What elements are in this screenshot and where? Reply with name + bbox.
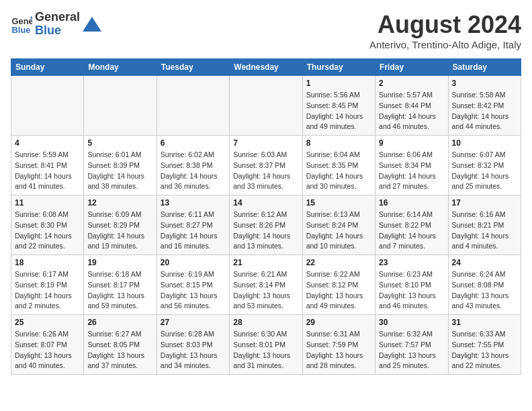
calendar-header: SundayMondayTuesdayWednesdayThursdayFrid… xyxy=(11,59,521,76)
day-detail: Sunrise: 6:27 AM Sunset: 8:05 PM Dayligh… xyxy=(87,329,152,371)
day-number: 1 xyxy=(306,79,371,88)
calendar-subtitle: Anterivo, Trentino-Alto Adige, Italy xyxy=(369,39,521,50)
day-detail: Sunrise: 6:14 AM Sunset: 8:22 PM Dayligh… xyxy=(379,210,444,252)
calendar-body: 1Sunrise: 5:56 AM Sunset: 8:45 PM Daylig… xyxy=(11,76,521,375)
day-detail: Sunrise: 6:07 AM Sunset: 8:32 PM Dayligh… xyxy=(452,150,517,192)
calendar-table: SundayMondayTuesdayWednesdayThursdayFrid… xyxy=(11,58,521,375)
day-cell: 31Sunrise: 6:33 AM Sunset: 7:55 PM Dayli… xyxy=(448,315,521,375)
day-cell: 28Sunrise: 6:30 AM Sunset: 8:01 PM Dayli… xyxy=(230,315,302,375)
day-cell: 20Sunrise: 6:19 AM Sunset: 8:15 PM Dayli… xyxy=(157,255,229,315)
day-cell: 8Sunrise: 6:04 AM Sunset: 8:35 PM Daylig… xyxy=(302,136,375,195)
day-detail: Sunrise: 6:32 AM Sunset: 7:57 PM Dayligh… xyxy=(379,329,444,371)
logo-icon: General Blue xyxy=(11,13,32,35)
day-cell: 24Sunrise: 6:24 AM Sunset: 8:08 PM Dayli… xyxy=(448,255,521,315)
week-row-3: 11Sunrise: 6:08 AM Sunset: 8:30 PM Dayli… xyxy=(11,195,521,255)
day-number: 25 xyxy=(15,318,80,327)
day-number: 16 xyxy=(379,198,444,208)
day-number: 24 xyxy=(452,258,517,267)
day-detail: Sunrise: 6:26 AM Sunset: 8:07 PM Dayligh… xyxy=(15,329,80,371)
day-detail: Sunrise: 6:22 AM Sunset: 8:12 PM Dayligh… xyxy=(306,269,371,312)
day-cell: 9Sunrise: 6:06 AM Sunset: 8:34 PM Daylig… xyxy=(375,136,448,195)
day-cell xyxy=(157,76,229,136)
day-cell: 5Sunrise: 6:01 AM Sunset: 8:39 PM Daylig… xyxy=(84,136,157,195)
day-cell: 26Sunrise: 6:27 AM Sunset: 8:05 PM Dayli… xyxy=(84,315,157,375)
day-cell: 4Sunrise: 5:59 AM Sunset: 8:41 PM Daylig… xyxy=(11,136,84,195)
header-monday: Monday xyxy=(84,59,157,76)
day-number: 31 xyxy=(452,318,517,327)
header-friday: Friday xyxy=(375,59,448,76)
day-number: 11 xyxy=(15,198,80,208)
header-row: SundayMondayTuesdayWednesdayThursdayFrid… xyxy=(11,59,521,76)
svg-text:Blue: Blue xyxy=(12,25,31,35)
day-number: 2 xyxy=(379,79,444,88)
day-number: 6 xyxy=(161,138,226,148)
day-cell xyxy=(84,76,157,136)
day-cell: 22Sunrise: 6:22 AM Sunset: 8:12 PM Dayli… xyxy=(302,255,375,315)
day-number: 8 xyxy=(306,138,371,148)
day-detail: Sunrise: 6:11 AM Sunset: 8:27 PM Dayligh… xyxy=(161,210,226,252)
day-cell: 30Sunrise: 6:32 AM Sunset: 7:57 PM Dayli… xyxy=(375,315,448,375)
day-cell: 13Sunrise: 6:11 AM Sunset: 8:27 PM Dayli… xyxy=(157,195,229,255)
day-detail: Sunrise: 6:09 AM Sunset: 8:29 PM Dayligh… xyxy=(87,210,152,252)
day-number: 20 xyxy=(161,258,226,267)
day-cell: 21Sunrise: 6:21 AM Sunset: 8:14 PM Dayli… xyxy=(230,255,302,315)
day-cell: 19Sunrise: 6:18 AM Sunset: 8:17 PM Dayli… xyxy=(84,255,157,315)
day-number: 29 xyxy=(306,318,371,327)
week-row-5: 25Sunrise: 6:26 AM Sunset: 8:07 PM Dayli… xyxy=(11,315,521,375)
day-cell: 10Sunrise: 6:07 AM Sunset: 8:32 PM Dayli… xyxy=(448,136,521,195)
day-cell: 23Sunrise: 6:23 AM Sunset: 8:10 PM Dayli… xyxy=(375,255,448,315)
day-detail: Sunrise: 6:16 AM Sunset: 8:21 PM Dayligh… xyxy=(452,210,517,252)
day-cell: 25Sunrise: 6:26 AM Sunset: 8:07 PM Dayli… xyxy=(11,315,84,375)
day-detail: Sunrise: 5:57 AM Sunset: 8:44 PM Dayligh… xyxy=(379,90,444,132)
day-cell: 1Sunrise: 5:56 AM Sunset: 8:45 PM Daylig… xyxy=(302,76,375,136)
header-thursday: Thursday xyxy=(302,59,375,76)
svg-marker-3 xyxy=(83,17,101,32)
day-number: 23 xyxy=(379,258,444,267)
logo: General Blue General Blue xyxy=(11,11,101,38)
day-cell: 3Sunrise: 5:58 AM Sunset: 8:42 PM Daylig… xyxy=(448,76,521,136)
week-row-1: 1Sunrise: 5:56 AM Sunset: 8:45 PM Daylig… xyxy=(11,76,521,136)
day-number: 12 xyxy=(87,198,152,208)
day-cell: 12Sunrise: 6:09 AM Sunset: 8:29 PM Dayli… xyxy=(84,195,157,255)
day-detail: Sunrise: 6:28 AM Sunset: 8:03 PM Dayligh… xyxy=(161,329,226,371)
day-cell: 2Sunrise: 5:57 AM Sunset: 8:44 PM Daylig… xyxy=(375,76,448,136)
day-cell: 14Sunrise: 6:12 AM Sunset: 8:26 PM Dayli… xyxy=(230,195,302,255)
header-saturday: Saturday xyxy=(448,59,521,76)
day-number: 19 xyxy=(87,258,152,267)
day-cell: 7Sunrise: 6:03 AM Sunset: 8:37 PM Daylig… xyxy=(230,136,302,195)
day-cell xyxy=(11,76,84,136)
day-number: 28 xyxy=(233,318,298,327)
day-number: 18 xyxy=(15,258,80,267)
day-number: 10 xyxy=(452,138,517,148)
day-cell: 11Sunrise: 6:08 AM Sunset: 8:30 PM Dayli… xyxy=(11,195,84,255)
day-number: 13 xyxy=(161,198,226,208)
day-detail: Sunrise: 6:17 AM Sunset: 8:19 PM Dayligh… xyxy=(15,269,80,312)
day-number: 5 xyxy=(87,138,152,148)
day-detail: Sunrise: 6:13 AM Sunset: 8:24 PM Dayligh… xyxy=(306,210,371,252)
day-detail: Sunrise: 6:08 AM Sunset: 8:30 PM Dayligh… xyxy=(15,210,80,252)
header-tuesday: Tuesday xyxy=(157,59,229,76)
header-wednesday: Wednesday xyxy=(230,59,302,76)
day-detail: Sunrise: 6:18 AM Sunset: 8:17 PM Dayligh… xyxy=(87,269,152,312)
day-detail: Sunrise: 6:12 AM Sunset: 8:26 PM Dayligh… xyxy=(233,210,298,252)
week-row-2: 4Sunrise: 5:59 AM Sunset: 8:41 PM Daylig… xyxy=(11,136,521,195)
logo-triangle-icon xyxy=(83,17,101,32)
day-detail: Sunrise: 5:56 AM Sunset: 8:45 PM Dayligh… xyxy=(306,90,371,132)
day-cell: 16Sunrise: 6:14 AM Sunset: 8:22 PM Dayli… xyxy=(375,195,448,255)
day-number: 26 xyxy=(87,318,152,327)
day-cell: 17Sunrise: 6:16 AM Sunset: 8:21 PM Dayli… xyxy=(448,195,521,255)
week-row-4: 18Sunrise: 6:17 AM Sunset: 8:19 PM Dayli… xyxy=(11,255,521,315)
day-number: 27 xyxy=(161,318,226,327)
day-cell: 29Sunrise: 6:31 AM Sunset: 7:59 PM Dayli… xyxy=(302,315,375,375)
day-cell: 15Sunrise: 6:13 AM Sunset: 8:24 PM Dayli… xyxy=(302,195,375,255)
day-number: 14 xyxy=(233,198,298,208)
day-detail: Sunrise: 6:01 AM Sunset: 8:39 PM Dayligh… xyxy=(87,150,152,192)
day-number: 21 xyxy=(233,258,298,267)
day-detail: Sunrise: 6:30 AM Sunset: 8:01 PM Dayligh… xyxy=(233,329,298,371)
day-number: 30 xyxy=(379,318,444,327)
day-cell xyxy=(230,76,302,136)
day-detail: Sunrise: 6:33 AM Sunset: 7:55 PM Dayligh… xyxy=(452,329,517,371)
day-detail: Sunrise: 5:59 AM Sunset: 8:41 PM Dayligh… xyxy=(15,150,80,192)
day-number: 17 xyxy=(452,198,517,208)
day-detail: Sunrise: 6:03 AM Sunset: 8:37 PM Dayligh… xyxy=(233,150,298,192)
